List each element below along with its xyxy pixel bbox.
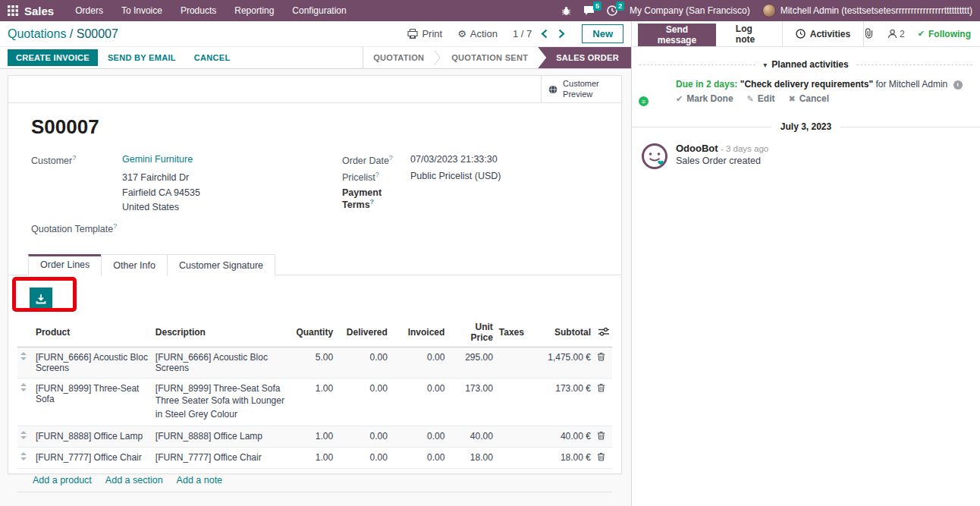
customer-field-label: Customer?: [31, 154, 122, 166]
cell-product[interactable]: [FURN_6666] Acoustic Bloc Screens: [33, 347, 152, 379]
mark-done-button[interactable]: ✔Mark Done: [676, 93, 733, 104]
print-button[interactable]: Print: [407, 28, 442, 39]
status-sales-order[interactable]: SALES ORDER: [538, 47, 631, 68]
cell-invoiced[interactable]: 0.00: [391, 379, 448, 426]
cell-product[interactable]: [FURN_8999] Three-Seat Sofa: [33, 379, 152, 426]
date-separator-label: July 3, 2023: [781, 121, 831, 132]
cell-quantity[interactable]: 1.00: [291, 426, 336, 448]
order-date-value[interactable]: 07/03/2023 21:33:30: [410, 154, 498, 166]
table-row[interactable]: [FURN_8999] Three-Seat Sofa [FURN_8999] …: [17, 379, 612, 426]
cell-taxes[interactable]: [496, 347, 528, 379]
cell-unit-price[interactable]: 173.00: [448, 379, 496, 426]
header-unit-price: Unit Price: [448, 318, 496, 347]
button-box: Customer Preview: [8, 76, 621, 103]
cell-taxes[interactable]: [496, 448, 528, 469]
date-separator: July 3, 2023: [632, 121, 980, 132]
log-note-button[interactable]: Log note: [722, 21, 783, 46]
message-author[interactable]: OdooBot: [676, 143, 718, 154]
drag-handle-icon[interactable]: [17, 448, 33, 469]
statusbar-row: CREATE INVOICE SEND BY EMAIL CANCEL QUOT…: [0, 46, 631, 69]
action-button[interactable]: ⚙ Action: [457, 28, 498, 39]
address-line-1: 317 Fairchild Dr: [122, 171, 342, 185]
breadcrumb-quotations[interactable]: Quotations: [8, 27, 66, 40]
app-name[interactable]: Sales: [24, 5, 54, 17]
menu-products[interactable]: Products: [171, 0, 225, 21]
status-quotation-sent[interactable]: QUOTATION SENT: [441, 47, 538, 68]
drag-handle-icon[interactable]: [17, 347, 33, 379]
cell-invoiced[interactable]: 0.00: [391, 347, 448, 379]
cell-taxes[interactable]: [496, 426, 528, 448]
company-switcher[interactable]: My Company (San Francisco): [630, 5, 750, 16]
menu-to-invoice[interactable]: To Invoice: [112, 0, 171, 21]
pager-next-icon[interactable]: [558, 29, 565, 39]
cell-delivered[interactable]: 0.00: [336, 426, 391, 448]
optional-columns-icon[interactable]: [598, 327, 609, 338]
menu-orders[interactable]: Orders: [66, 0, 112, 21]
import-records-button[interactable]: [30, 288, 52, 310]
cell-delivered[interactable]: 0.00: [336, 347, 391, 379]
pencil-icon: ✎: [747, 94, 754, 104]
cancel-button[interactable]: CANCEL: [186, 49, 239, 66]
cell-description[interactable]: [FURN_8999] Three-Seat SofaThree Seater …: [152, 379, 291, 426]
cell-description[interactable]: [FURN_7777] Office Chair: [152, 448, 291, 469]
tab-order-lines[interactable]: Order Lines: [28, 254, 102, 275]
tab-other-info[interactable]: Other Info: [101, 254, 168, 275]
add-note-link[interactable]: Add a note: [177, 475, 222, 486]
activities-button[interactable]: Activities: [783, 21, 864, 46]
cell-invoiced[interactable]: 0.00: [391, 426, 448, 448]
delete-line-icon[interactable]: [597, 452, 605, 464]
planned-activities-toggle[interactable]: ▾ Planned activities: [763, 59, 848, 70]
cell-invoiced[interactable]: 0.00: [391, 448, 448, 469]
cell-unit-price[interactable]: 18.00: [448, 448, 496, 469]
user-menu[interactable]: Mitchell Admin (testtsetsetesrrrrrrrrrrr…: [762, 4, 972, 17]
followers-button[interactable]: 2: [887, 29, 905, 39]
cell-delivered[interactable]: 0.00: [336, 379, 391, 426]
cell-quantity[interactable]: 5.00: [291, 347, 336, 379]
delete-line-icon[interactable]: [597, 352, 605, 363]
pricelist-value[interactable]: Public Pricelist (USD): [410, 171, 501, 183]
cell-product[interactable]: [FURN_8888] Office Lamp: [33, 426, 152, 448]
chatter-panel: Send message Log note Activities 2 ✔ Fol…: [632, 21, 980, 506]
delete-line-icon[interactable]: [597, 431, 605, 442]
delete-line-icon[interactable]: [597, 383, 605, 394]
drag-handle-icon[interactable]: [17, 379, 33, 426]
apps-menu-icon[interactable]: [8, 5, 18, 16]
cell-product[interactable]: [FURN_7777] Office Chair: [33, 448, 152, 469]
create-invoice-button[interactable]: CREATE INVOICE: [8, 49, 98, 66]
menu-reporting[interactable]: Reporting: [225, 0, 283, 21]
followers-icon: [887, 29, 897, 39]
form-view: Customer Preview S00007 Customer? Gemini…: [0, 69, 631, 506]
customer-field-value[interactable]: Gemini Furniture: [122, 154, 193, 166]
cell-quantity[interactable]: 1.00: [291, 448, 336, 469]
send-by-email-button[interactable]: SEND BY EMAIL: [99, 49, 184, 66]
info-icon[interactable]: i: [953, 80, 963, 90]
add-section-link[interactable]: Add a section: [105, 475, 163, 486]
cell-unit-price[interactable]: 40.00: [448, 426, 496, 448]
cell-unit-price[interactable]: 295.00: [448, 347, 496, 379]
add-product-link[interactable]: Add a product: [33, 475, 92, 486]
cell-taxes[interactable]: [496, 379, 528, 426]
table-row[interactable]: [FURN_6666] Acoustic Bloc Screens [FURN_…: [17, 347, 612, 379]
cancel-activity-button[interactable]: ✖Cancel: [788, 93, 829, 104]
drag-handle-icon[interactable]: [17, 426, 33, 448]
table-row[interactable]: [FURN_8888] Office Lamp [FURN_8888] Offi…: [17, 426, 612, 448]
table-row[interactable]: [FURN_7777] Office Chair [FURN_7777] Off…: [17, 448, 612, 469]
tab-customer-signature[interactable]: Customer Signature: [167, 254, 275, 275]
activities-clock-icon[interactable]: 2: [607, 5, 617, 16]
menu-configuration[interactable]: Configuration: [283, 0, 355, 21]
cell-description[interactable]: [FURN_8888] Office Lamp: [152, 426, 291, 448]
debug-icon[interactable]: [561, 6, 571, 16]
edit-activity-button[interactable]: ✎Edit: [747, 93, 775, 104]
pager-previous-icon[interactable]: [541, 29, 548, 39]
new-button[interactable]: New: [582, 24, 623, 43]
cell-description[interactable]: [FURN_6666] Acoustic Bloc Screens: [152, 347, 291, 379]
cell-quantity[interactable]: 1.00: [291, 379, 336, 426]
attach-files-icon[interactable]: [864, 27, 875, 41]
cell-delivered[interactable]: 0.00: [336, 448, 391, 469]
following-button[interactable]: ✔ Following: [918, 29, 971, 39]
messages-icon[interactable]: 5: [583, 5, 595, 16]
customer-preview-button[interactable]: Customer Preview: [541, 76, 621, 102]
send-message-button[interactable]: Send message: [638, 24, 716, 46]
status-quotation[interactable]: QUOTATION: [363, 47, 434, 68]
breadcrumb: Quotations / S00007: [8, 27, 118, 41]
